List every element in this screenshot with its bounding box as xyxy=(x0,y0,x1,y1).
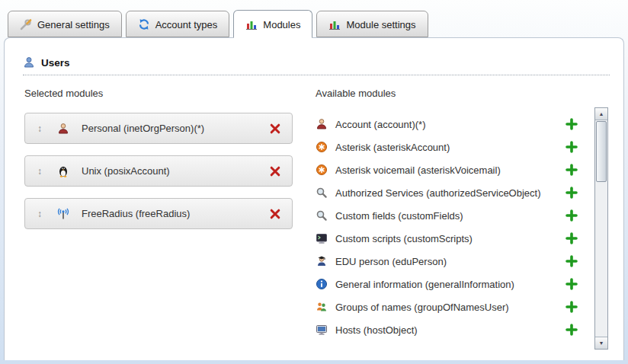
module-label: Unix (posixAccount) xyxy=(82,165,170,177)
tab-module-settings[interactable]: Module settings xyxy=(316,11,428,37)
sync-icon xyxy=(138,18,150,30)
available-modules-column: Available modules Account (account)(*) A… xyxy=(316,88,608,341)
add-module-button[interactable] xyxy=(564,162,579,177)
selected-modules-column: Selected modules ↕ Personal (inetOrgPers… xyxy=(24,88,293,341)
add-module-button[interactable] xyxy=(564,322,579,337)
scroll-up-arrow-icon[interactable]: ▲ xyxy=(595,108,607,120)
add-module-button[interactable] xyxy=(564,117,579,132)
tab-label: Account types xyxy=(155,19,218,30)
module-label: Groups of names (groupOfNamesUser) xyxy=(335,302,556,313)
module-label: Personal (inetOrgPerson)(*) xyxy=(82,123,204,134)
scrollbar[interactable]: ▲ ▼ xyxy=(594,107,608,350)
person-icon xyxy=(57,123,69,135)
tab-label: Module settings xyxy=(346,19,415,30)
green-plus-icon xyxy=(566,255,578,267)
module-label: Custom fields (customFields) xyxy=(335,210,556,222)
tab-bar: General settings Account types Modules M… xyxy=(0,0,628,37)
selected-module-row[interactable]: ↕ Unix (posixAccount) xyxy=(24,155,293,187)
module-label: Hosts (hostObject) xyxy=(335,324,556,336)
module-label: Account (account)(*) xyxy=(335,119,556,130)
module-label: General information (generalInformation) xyxy=(335,279,556,290)
green-plus-icon xyxy=(566,278,578,290)
tab-account-types[interactable]: Account types xyxy=(126,11,230,37)
wrench-icon xyxy=(20,18,32,30)
drag-handle-icon[interactable]: ↕ xyxy=(34,123,45,134)
scrollbar-thumb[interactable] xyxy=(596,121,607,182)
available-module-row: Custom scripts (customScripts) xyxy=(316,227,588,250)
red-cross-icon xyxy=(269,208,281,220)
red-cross-icon xyxy=(269,123,281,135)
available-module-row: Account (account)(*) xyxy=(316,113,588,136)
asterisk-icon xyxy=(316,164,328,176)
computer-icon xyxy=(316,324,328,336)
available-module-row: EDU person (eduPerson) xyxy=(316,250,588,273)
magnifier-icon xyxy=(316,209,328,222)
module-label: EDU person (eduPerson) xyxy=(335,256,556,267)
green-plus-icon xyxy=(566,141,578,153)
module-label: Custom scripts (customScripts) xyxy=(335,233,556,244)
add-module-button[interactable] xyxy=(564,185,579,200)
remove-module-button[interactable] xyxy=(268,164,283,179)
section-title: Users xyxy=(41,57,70,69)
module-label: Authorized Services (authorizedServiceOb… xyxy=(335,187,556,199)
tab-modules[interactable]: Modules xyxy=(233,10,312,38)
available-modules-heading: Available modules xyxy=(316,88,588,99)
green-plus-icon xyxy=(566,209,578,222)
magnifier-icon xyxy=(316,187,328,199)
asterisk-icon xyxy=(316,141,328,153)
content-panel: Users Selected modules ↕ Personal (inetO… xyxy=(4,37,624,360)
scroll-down-arrow-icon[interactable]: ▼ xyxy=(595,337,607,349)
available-module-row: Custom fields (customFields) xyxy=(316,204,588,227)
add-module-button[interactable] xyxy=(564,231,579,246)
green-plus-icon xyxy=(566,164,578,176)
antenna-icon xyxy=(57,208,69,220)
tab-label: General settings xyxy=(37,19,110,30)
available-modules-list: Account (account)(*) Asterisk (asteriskA… xyxy=(316,113,588,341)
remove-module-button[interactable] xyxy=(268,206,283,222)
info-icon xyxy=(316,278,328,290)
available-module-row: Hosts (hostObject) xyxy=(316,318,588,341)
green-plus-icon xyxy=(566,324,578,336)
remove-module-button[interactable] xyxy=(268,121,283,136)
module-label: FreeRadius (freeRadius) xyxy=(82,208,190,219)
green-plus-icon xyxy=(566,187,578,199)
tab-general-settings[interactable]: General settings xyxy=(8,11,122,37)
module-label: Asterisk (asteriskAccount) xyxy=(335,142,556,153)
graduate-icon xyxy=(316,255,328,267)
available-module-row: Authorized Services (authorizedServiceOb… xyxy=(316,181,588,204)
drag-handle-icon[interactable]: ↕ xyxy=(34,166,45,177)
add-module-button[interactable] xyxy=(564,276,579,292)
tux-penguin-icon xyxy=(57,165,69,177)
add-module-button[interactable] xyxy=(564,208,579,223)
drag-handle-icon[interactable]: ↕ xyxy=(34,209,45,219)
add-module-button[interactable] xyxy=(564,139,579,155)
available-module-row: Asterisk voicemail (asteriskVoicemail) xyxy=(316,158,588,181)
available-module-row: General information (generalInformation) xyxy=(316,273,588,295)
available-module-row: Groups of names (groupOfNamesUser) xyxy=(316,295,588,318)
selected-module-row[interactable]: ↕ FreeRadius (freeRadius) xyxy=(24,198,293,229)
red-cross-icon xyxy=(269,165,281,177)
green-plus-icon xyxy=(566,232,578,244)
available-module-row: Asterisk (asteriskAccount) xyxy=(316,136,588,158)
user-icon xyxy=(23,56,35,69)
modules-columns: Selected modules ↕ Personal (inetOrgPers… xyxy=(5,75,623,341)
chart-icon xyxy=(245,18,258,30)
terminal-icon xyxy=(316,232,328,244)
selected-module-row[interactable]: ↕ Personal (inetOrgPerson)(*) xyxy=(24,113,293,144)
selected-modules-heading: Selected modules xyxy=(24,88,293,99)
person-icon xyxy=(316,118,328,130)
module-label: Asterisk voicemail (asteriskVoicemail) xyxy=(335,164,556,176)
add-module-button[interactable] xyxy=(564,254,579,269)
green-plus-icon xyxy=(566,301,578,313)
users-section-header: Users xyxy=(23,56,610,75)
green-plus-icon xyxy=(566,118,578,130)
group-icon xyxy=(316,301,328,313)
add-module-button[interactable] xyxy=(564,299,579,315)
tab-label: Modules xyxy=(263,19,300,30)
chart-icon xyxy=(328,18,341,30)
